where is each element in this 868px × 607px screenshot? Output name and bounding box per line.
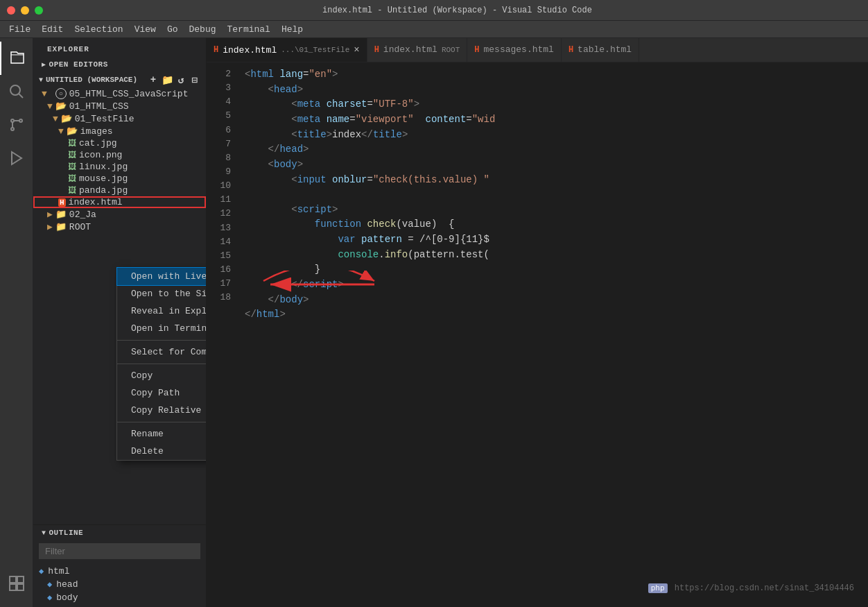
file-label: ROOT	[69, 222, 91, 232]
folder-open-icon: 📂	[61, 113, 72, 124]
menu-help[interactable]: Help	[276, 23, 309, 36]
code-editor[interactable]: <html lang="en"> <head> <meta charset="U…	[241, 66, 868, 607]
menu-selection[interactable]: Selection	[69, 23, 128, 36]
code-line-2: <html lang="en">	[241, 67, 868, 83]
svg-rect-8	[10, 584, 16, 590]
activity-bar	[0, 38, 33, 607]
html-file-icon: H	[58, 198, 66, 207]
code-line-7: </head>	[241, 142, 868, 157]
watermark: php https://blog.csdn.net/sinat_34104446	[648, 583, 854, 593]
code-line-6: <title>index</title>	[241, 128, 868, 143]
folder-open-icon: 📂	[67, 126, 78, 137]
menu-debug[interactable]: Debug	[183, 23, 221, 36]
menu-item-label: Open with Live Server	[131, 271, 207, 282]
context-menu-select-compare[interactable]: Select for Compare	[117, 343, 207, 364]
svg-point-2	[11, 119, 14, 122]
tab-index-html-root[interactable]: H index.html ROOT	[367, 38, 468, 62]
tab-close-button[interactable]: ×	[354, 44, 359, 55]
context-menu-copy-path[interactable]: Copy Path Shift+Alt+C	[117, 384, 207, 402]
tab-label: table.html	[578, 44, 632, 55]
search-icon[interactable]	[0, 75, 33, 108]
context-menu-open-terminal[interactable]: Open in Terminal	[117, 320, 207, 341]
outline-item-body[interactable]: ◆ body	[33, 591, 206, 604]
context-menu-copy[interactable]: Copy Ctrl+C	[117, 367, 207, 384]
context-menu-rename[interactable]: Rename F2	[117, 425, 207, 443]
file-label: images	[80, 126, 113, 137]
menu-go[interactable]: Go	[162, 23, 184, 36]
tree-item-05-html[interactable]: ▼ ○ 05_HTML_CSS_JavaScript	[33, 87, 206, 100]
editor-content[interactable]: 2 3 4 5 6 7 8 9 10 11 12 13 14 15 16 17 …	[207, 62, 868, 607]
new-folder-button[interactable]: 📁	[162, 74, 173, 85]
file-label: 02_Ja	[69, 210, 96, 220]
tree-item-01-testfile[interactable]: ▼ 📂 01_TestFile	[33, 112, 206, 125]
svg-marker-5	[12, 152, 21, 164]
outline-filter-input[interactable]	[39, 543, 200, 559]
image-icon: 🖼	[68, 185, 76, 196]
tree-item-linux[interactable]: 🖼 linux.jpg	[33, 161, 206, 173]
file-label: 01_TestFile	[75, 114, 134, 124]
code-line-14: console.info(pattern.test(	[241, 248, 868, 263]
menu-item-label: Delete	[131, 446, 164, 456]
file-label: icon.png	[79, 150, 122, 160]
context-menu: Open with Live Server Alt+L Alt+O Open t…	[116, 267, 207, 461]
html-tab-icon: H	[474, 45, 479, 55]
menu-item-label: Rename	[131, 429, 164, 439]
line-numbers: 2 3 4 5 6 7 8 9 10 11 12 13 14 15 16 17 …	[207, 66, 241, 607]
open-editors-section[interactable]: ▶ OPEN EDITORS	[33, 57, 206, 72]
new-file-button[interactable]: +	[148, 74, 159, 85]
tree-item-images[interactable]: ▼ 📂 images	[33, 125, 206, 137]
main-layout: EXPLORER ▶ OPEN EDITORS ▼ UNTITLED (WORK…	[0, 38, 868, 607]
context-menu-open-live-server[interactable]: Open with Live Server Alt+L Alt+O	[117, 268, 207, 285]
svg-point-3	[19, 119, 22, 122]
file-label: panda.jpg	[79, 185, 128, 196]
outline-item-html[interactable]: ◆ html	[33, 565, 206, 578]
refresh-button[interactable]: ↺	[175, 74, 186, 85]
tree-item-icon[interactable]: 🖼 icon.png	[33, 149, 206, 161]
tree-item-cat[interactable]: 🖼 cat.jpg	[33, 137, 206, 149]
menu-view[interactable]: View	[129, 23, 162, 36]
collapse-button[interactable]: ⊟	[189, 74, 200, 85]
file-label: mouse.jpg	[79, 173, 128, 184]
code-line-13: var pattern = /^[0-9]{11}$	[241, 232, 868, 248]
menu-item-label: Reveal in Explorer	[131, 306, 207, 316]
extensions-icon[interactable]	[0, 567, 33, 600]
folder-closed-icon: 📁	[55, 221, 67, 232]
context-menu-copy-relative-path[interactable]: Copy Relative Path Ctrl+K Ctrl+Alt+C	[117, 402, 207, 422]
folder-icon: ▼	[58, 126, 64, 137]
workspace-header[interactable]: ▼ UNTITLED (WORKSPACE) + 📁 ↺ ⊟	[33, 72, 206, 87]
code-line-12: function check(value) {	[241, 217, 868, 232]
context-menu-reveal-explorer[interactable]: Reveal in Explorer Shift+Alt+R	[117, 302, 207, 320]
code-line-16: </script>	[241, 277, 868, 293]
image-icon: 🖼	[68, 138, 76, 148]
tree-item-01-html-css[interactable]: ▼ 📂 01_HTML_CSS	[33, 100, 206, 112]
outline-panel: ▼ OUTLINE ◆ html ◆ head ◆ body	[33, 524, 206, 607]
menu-bar: File Edit Selection View Go Debug Termin…	[0, 21, 868, 38]
folder-icon: ▶	[47, 221, 53, 232]
debug-icon[interactable]	[0, 142, 33, 175]
menu-item-label: Copy Path	[131, 388, 180, 398]
code-line-10	[241, 188, 868, 203]
tree-item-index-html[interactable]: H index.html	[33, 196, 206, 208]
svg-line-1	[19, 94, 23, 98]
tree-item-panda[interactable]: 🖼 panda.jpg	[33, 185, 206, 196]
tree-item-root[interactable]: ▶ 📁 ROOT	[33, 221, 206, 233]
outline-item-head[interactable]: ◆ head	[33, 578, 206, 591]
image-icon: 🖼	[68, 150, 76, 160]
explorer-icon[interactable]	[0, 42, 33, 75]
tree-item-02-ja[interactable]: ▶ 📁 02_Ja	[33, 208, 206, 221]
title-bar: index.html - Untitled (Workspace) - Visu…	[0, 0, 868, 21]
file-label: 01_HTML_CSS	[69, 101, 129, 112]
html-tab-icon: H	[214, 45, 218, 55]
menu-file[interactable]: File	[3, 23, 36, 36]
outline-header[interactable]: ▼ OUTLINE	[33, 525, 206, 540]
code-line-8: <body>	[241, 157, 868, 173]
context-menu-open-side[interactable]: Open to the Side Ctrl+Enter	[117, 285, 207, 302]
tab-messages-html[interactable]: H messages.html	[467, 38, 562, 62]
tab-table-html[interactable]: H table.html	[562, 38, 639, 62]
tree-item-mouse[interactable]: 🖼 mouse.jpg	[33, 173, 206, 185]
tab-index-html-active[interactable]: H index.html ...\01_TestFile ×	[207, 38, 367, 62]
source-control-icon[interactable]	[0, 108, 33, 142]
context-menu-delete[interactable]: Delete Delete	[117, 443, 207, 460]
menu-terminal[interactable]: Terminal	[222, 23, 276, 36]
menu-edit[interactable]: Edit	[36, 23, 69, 36]
